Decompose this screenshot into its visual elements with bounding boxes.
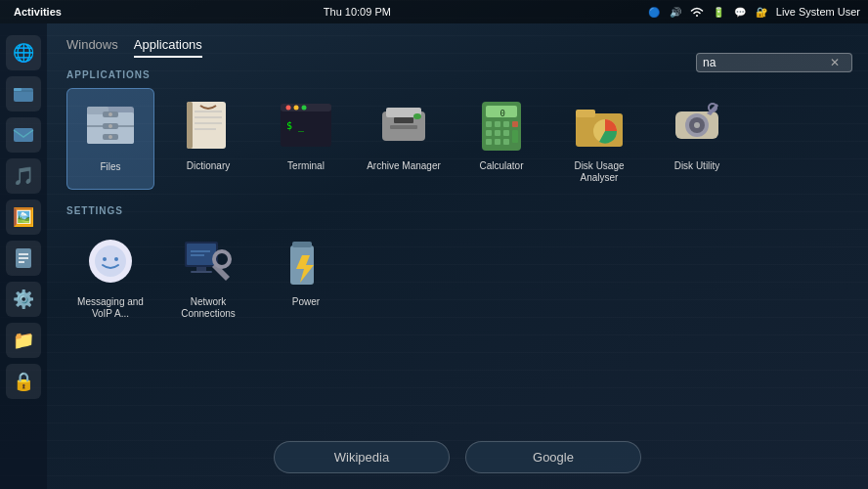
svg-rect-43: [503, 130, 509, 136]
svg-rect-49: [576, 110, 595, 117]
topbar-clock: Thu 10:09 PM: [324, 6, 391, 18]
messaging-icon: [79, 230, 142, 292]
app-dictionary[interactable]: Dictionary: [164, 88, 252, 190]
svg-rect-62: [196, 267, 206, 271]
svg-rect-68: [292, 242, 312, 247]
sidebar: 🌐 🎵 🖼️ ⚙️ 📁 🔒: [0, 23, 47, 489]
svg-rect-40: [512, 121, 518, 127]
svg-rect-61: [187, 244, 216, 265]
app-terminal-label: Terminal: [287, 160, 325, 172]
search-input[interactable]: [703, 56, 830, 69]
app-disk-utility[interactable]: Disk Utility: [653, 88, 741, 190]
sidebar-icon-notes[interactable]: [6, 241, 41, 276]
lock-icon[interactable]: 🔐: [755, 5, 768, 19]
disk-usage-icon: [568, 94, 630, 156]
app-power[interactable]: Power: [262, 224, 350, 326]
network-icon[interactable]: [690, 5, 704, 19]
sidebar-icon-image[interactable]: 🖼️: [6, 200, 41, 235]
message-icon[interactable]: 💬: [733, 5, 747, 19]
applications-grid: Files Dictionary: [66, 88, 848, 190]
svg-text:0: 0: [500, 109, 505, 118]
app-disk-utility-label: Disk Utility: [674, 160, 720, 172]
svg-rect-18: [187, 102, 193, 149]
svg-rect-47: [503, 139, 509, 145]
dictionary-icon: [177, 94, 239, 156]
tab-windows[interactable]: Windows: [66, 33, 118, 58]
svg-point-59: [114, 257, 118, 261]
svg-text:$ _: $ _: [286, 120, 305, 132]
app-dictionary-label: Dictionary: [187, 160, 230, 172]
wikipedia-button[interactable]: Wikipedia: [274, 441, 450, 473]
svg-point-58: [103, 257, 107, 261]
svg-rect-44: [512, 130, 518, 143]
svg-point-14: [108, 124, 112, 128]
app-terminal[interactable]: $ _ Terminal: [262, 88, 350, 190]
app-files-label: Files: [100, 161, 120, 173]
app-calculator[interactable]: 0 Calculator: [457, 88, 545, 190]
files-icon: [79, 95, 142, 157]
google-button[interactable]: Google: [465, 441, 641, 473]
activities-button[interactable]: Activities: [8, 6, 67, 18]
sidebar-icon-music[interactable]: 🎵: [6, 158, 41, 194]
topbar: Activities Thu 10:09 PM 🔵 🔊 🔋 💬 🔐 Live S…: [0, 0, 868, 23]
settings-grid: Messaging and VoIP A... N: [66, 224, 848, 326]
svg-rect-37: [486, 121, 492, 127]
svg-rect-39: [503, 121, 509, 127]
app-messaging-label: Messaging and VoIP A...: [72, 296, 149, 320]
archive-icon: [372, 94, 435, 156]
sidebar-icon-globe[interactable]: 🌐: [6, 35, 41, 70]
app-archive[interactable]: Archive Manager: [360, 88, 448, 190]
bluetooth-icon: 🔵: [647, 5, 661, 19]
svg-point-26: [294, 106, 299, 111]
bottom-bar: Wikipedia Google: [47, 441, 868, 473]
svg-point-25: [286, 106, 291, 111]
app-disk-usage-label: Disk Usage Analyser: [561, 160, 637, 184]
sidebar-icon-email[interactable]: [6, 117, 41, 153]
topbar-left: Activities: [8, 6, 67, 18]
sidebar-icon-lock[interactable]: 🔒: [6, 364, 41, 399]
tab-applications[interactable]: Applications: [134, 33, 202, 58]
main-content: Windows Applications ✕ APPLICATIONS: [47, 23, 868, 489]
user-label[interactable]: Live System User: [776, 6, 860, 18]
network-icon-app: [177, 230, 239, 292]
search-clear-icon[interactable]: ✕: [830, 56, 840, 69]
app-calculator-label: Calculator: [479, 160, 523, 172]
svg-rect-41: [486, 130, 492, 136]
disk-utility-icon: [666, 94, 728, 156]
svg-rect-46: [495, 139, 500, 145]
svg-rect-63: [191, 271, 212, 273]
svg-point-27: [302, 106, 307, 111]
svg-rect-1: [14, 88, 22, 91]
volume-icon[interactable]: 🔊: [669, 5, 682, 19]
svg-rect-2: [14, 128, 33, 142]
svg-rect-33: [394, 117, 413, 123]
svg-rect-42: [495, 130, 500, 136]
sidebar-icon-folder[interactable]: [6, 76, 41, 111]
svg-point-15: [108, 112, 112, 116]
power-icon: [275, 230, 337, 292]
svg-rect-31: [390, 125, 417, 129]
app-files[interactable]: Files: [66, 88, 154, 190]
app-disk-usage[interactable]: Disk Usage Analyser: [555, 88, 643, 190]
svg-point-57: [95, 245, 126, 277]
topbar-right: 🔵 🔊 🔋 💬 🔐 Live System User: [647, 5, 860, 19]
sidebar-icon-settings[interactable]: ⚙️: [6, 282, 41, 317]
battery-icon[interactable]: 🔋: [712, 5, 725, 19]
app-network[interactable]: Network Connections: [164, 224, 252, 326]
svg-point-16: [108, 135, 112, 139]
sidebar-icon-files[interactable]: 📁: [6, 323, 41, 358]
svg-point-32: [413, 113, 421, 119]
app-network-label: Network Connections: [170, 296, 246, 320]
search-bar: ✕: [696, 53, 852, 72]
terminal-icon: $ _: [275, 94, 337, 156]
svg-point-54: [694, 122, 700, 128]
svg-rect-45: [486, 139, 492, 145]
app-archive-label: Archive Manager: [367, 160, 441, 172]
calculator-icon: 0: [470, 94, 533, 156]
svg-rect-38: [495, 121, 500, 127]
app-power-label: Power: [292, 296, 320, 308]
settings-section-label: SETTINGS: [66, 205, 848, 216]
app-messaging[interactable]: Messaging and VoIP A...: [66, 224, 154, 326]
